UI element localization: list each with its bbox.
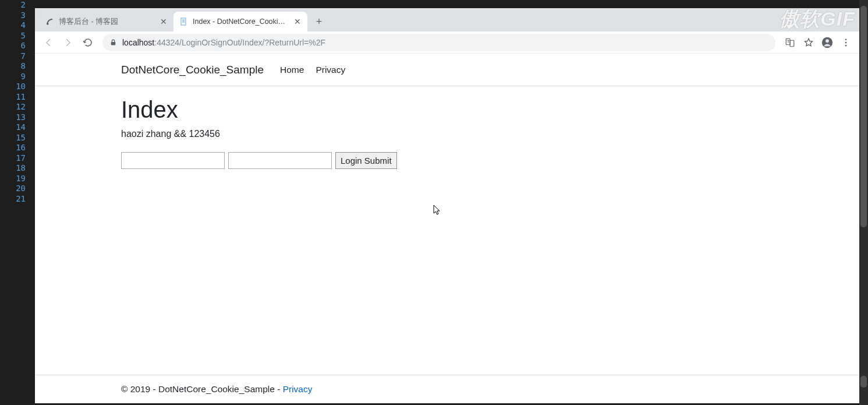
lock-icon <box>109 38 118 46</box>
address-bar[interactable]: localhost:44324/LoginOrSignOut/Index/?Re… <box>102 34 775 51</box>
editor-scrollbar[interactable] <box>859 0 868 405</box>
svg-rect-5 <box>111 42 116 45</box>
main-container: Index haozi zhang && 123456 Login Submit <box>35 86 859 169</box>
line-number: 2 <box>0 0 26 10</box>
line-number: 10 <box>0 82 26 92</box>
favicon-cnblogs-icon <box>45 17 55 26</box>
line-number: 4 <box>0 20 26 31</box>
browser-toolbar: localhost:44324/LoginOrSignOut/Index/?Re… <box>35 31 859 54</box>
page-heading: Index <box>121 97 859 123</box>
page-body: DotNetCore_Cookie_Sample Home Privacy In… <box>35 54 859 403</box>
brand-title[interactable]: DotNetCore_Cookie_Sample <box>121 64 264 76</box>
scrollbar-thumb[interactable] <box>860 376 867 388</box>
line-number: 21 <box>0 194 26 205</box>
password-input[interactable] <box>228 152 332 169</box>
line-number: 6 <box>0 41 26 51</box>
svg-point-9 <box>826 39 829 43</box>
svg-point-0 <box>47 23 48 24</box>
address-host: localhost <box>122 38 154 47</box>
page-footer: © 2019 - DotNetCore_Cookie_Sample - Priv… <box>35 375 859 403</box>
browser-window: 博客后台 - 博客园 ✕ Index - DotNetCore_Cookie_S… <box>35 8 859 403</box>
close-icon[interactable]: ✕ <box>160 17 168 26</box>
reload-button[interactable] <box>79 34 97 51</box>
tab-title: 博客后台 - 博客园 <box>59 17 155 27</box>
line-number: 19 <box>0 174 26 184</box>
login-submit-button[interactable]: Login Submit <box>335 152 397 169</box>
footer-text: © 2019 - DotNetCore_Cookie_Sample - <box>121 384 283 394</box>
kebab-menu-icon[interactable] <box>837 34 855 51</box>
svg-point-10 <box>845 38 847 40</box>
address-text: localhost:44324/LoginOrSignOut/Index/?Re… <box>122 38 325 47</box>
line-number: 18 <box>0 163 26 174</box>
new-tab-button[interactable]: + <box>311 13 327 30</box>
back-button[interactable] <box>40 34 57 51</box>
svg-point-11 <box>845 41 847 43</box>
login-form: Login Submit <box>121 152 859 169</box>
line-number: 5 <box>0 31 26 41</box>
footer-privacy-link[interactable]: Privacy <box>283 384 313 394</box>
svg-point-12 <box>845 44 847 46</box>
nav-privacy[interactable]: Privacy <box>316 65 345 75</box>
username-input[interactable] <box>121 152 225 169</box>
svg-rect-1 <box>181 18 186 25</box>
line-number: 15 <box>0 133 26 143</box>
editor-line-gutter: 2 3 4 5 6 7 8 9 10 11 12 13 14 15 16 17 … <box>0 0 35 405</box>
line-number: 7 <box>0 51 26 62</box>
line-number: 12 <box>0 102 26 112</box>
tab-title: Index - DotNetCore_Cookie_S... <box>193 17 289 26</box>
bookmark-star-icon[interactable] <box>800 34 817 51</box>
address-path: :44324/LoginOrSignOut/Index/?ReturnUrl=%… <box>154 38 325 47</box>
credentials-hint: haozi zhang && 123456 <box>121 129 859 139</box>
nav-home[interactable]: Home <box>280 65 304 75</box>
line-number: 16 <box>0 143 26 153</box>
browser-tab-1[interactable]: 博客后台 - 博客园 ✕ <box>40 12 173 31</box>
line-number: 17 <box>0 153 26 164</box>
translate-icon[interactable] <box>781 34 799 51</box>
favicon-page-icon <box>179 17 189 26</box>
profile-avatar-icon[interactable] <box>819 34 836 51</box>
line-number: 13 <box>0 112 26 123</box>
close-icon[interactable]: ✕ <box>293 17 302 26</box>
browser-tab-2[interactable]: Index - DotNetCore_Cookie_S... ✕ <box>173 12 307 31</box>
line-number: 14 <box>0 122 26 133</box>
line-number: 11 <box>0 92 26 103</box>
line-number: 8 <box>0 61 26 72</box>
tab-strip: 博客后台 - 博客园 ✕ Index - DotNetCore_Cookie_S… <box>35 8 859 31</box>
line-number: 20 <box>0 184 26 194</box>
svg-rect-7 <box>790 40 794 47</box>
line-number: 9 <box>0 72 26 82</box>
line-number: 3 <box>0 10 26 21</box>
forward-button[interactable] <box>59 34 77 51</box>
site-navbar: DotNetCore_Cookie_Sample Home Privacy <box>35 54 859 86</box>
scrollbar-thumb[interactable] <box>860 6 867 227</box>
